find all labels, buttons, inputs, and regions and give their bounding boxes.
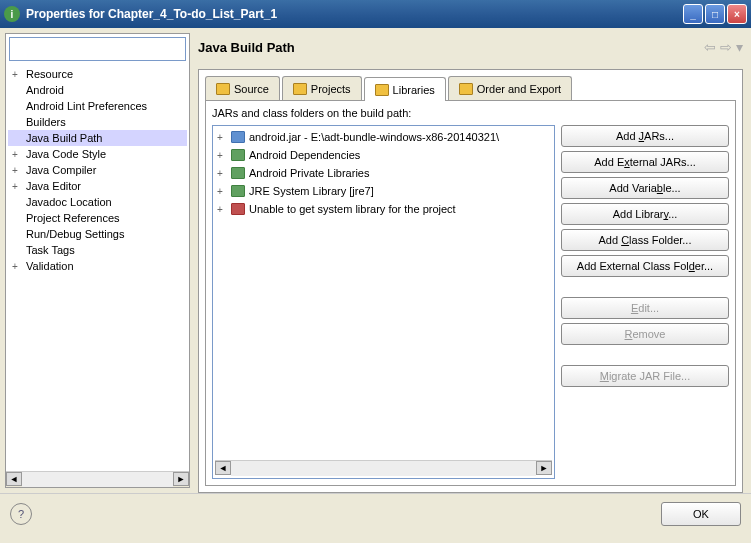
error-icon: [231, 203, 245, 215]
scroll-track[interactable]: [22, 472, 173, 487]
library-icon: [231, 167, 245, 179]
tree-item-editor[interactable]: +Java Editor: [8, 178, 187, 194]
tree-item-task-tags[interactable]: Task Tags: [8, 242, 187, 258]
tree-item-validation[interactable]: +Validation: [8, 258, 187, 274]
add-jars-button[interactable]: Add JARs...: [561, 125, 729, 147]
ok-button[interactable]: OK: [661, 502, 741, 526]
expand-icon[interactable]: +: [217, 204, 227, 215]
page-title: Java Build Path: [198, 40, 704, 55]
expand-icon[interactable]: +: [12, 69, 24, 80]
back-icon[interactable]: ⇦: [704, 39, 716, 55]
tab-content: JARs and class folders on the build path…: [205, 100, 736, 486]
maximize-button[interactable]: □: [705, 4, 725, 24]
expand-icon[interactable]: +: [217, 186, 227, 197]
forward-icon[interactable]: ⇨: [720, 39, 732, 55]
add-class-folder-button[interactable]: Add Class Folder...: [561, 229, 729, 251]
edit-button: Edit...: [561, 297, 729, 319]
list-item[interactable]: +Android Private Libraries: [215, 164, 552, 182]
right-panel: Java Build Path ⇦ ⇨ ▾ Source Projects Li…: [190, 28, 751, 493]
footer: ? OK: [0, 493, 751, 533]
content-row: +android.jar - E:\adt-bundle-windows-x86…: [212, 125, 729, 479]
tab-projects[interactable]: Projects: [282, 76, 362, 100]
filter-input[interactable]: [9, 37, 186, 61]
description-label: JARs and class folders on the build path…: [212, 107, 729, 119]
expand-icon[interactable]: +: [217, 132, 227, 143]
scroll-track[interactable]: [231, 461, 536, 476]
menu-dropdown-icon[interactable]: ▾: [736, 39, 743, 55]
remove-button: Remove: [561, 323, 729, 345]
tab-libraries[interactable]: Libraries: [364, 77, 446, 101]
tab-bar: Source Projects Libraries Order and Expo…: [205, 76, 736, 100]
expand-icon[interactable]: +: [217, 150, 227, 161]
jar-icon: [231, 131, 245, 143]
titlebar: i Properties for Chapter_4_To-do_List_Pa…: [0, 0, 751, 28]
main-content: +Resource Android Android Lint Preferenc…: [0, 28, 751, 493]
tree-item-lint[interactable]: Android Lint Preferences: [8, 98, 187, 114]
property-tree: +Resource Android Android Lint Preferenc…: [6, 64, 189, 471]
add-external-class-folder-button[interactable]: Add External Class Folder...: [561, 255, 729, 277]
tree-item-builders[interactable]: Builders: [8, 114, 187, 130]
app-icon: i: [4, 6, 20, 22]
scroll-left-icon[interactable]: ◄: [6, 472, 22, 486]
minimize-button[interactable]: _: [683, 4, 703, 24]
library-icon: [231, 185, 245, 197]
scroll-right-icon[interactable]: ►: [173, 472, 189, 486]
tab-source[interactable]: Source: [205, 76, 280, 100]
expand-icon[interactable]: +: [12, 149, 24, 160]
expand-icon[interactable]: +: [12, 181, 24, 192]
list-item[interactable]: +JRE System Library [jre7]: [215, 182, 552, 200]
library-icon: [231, 149, 245, 161]
list-item[interactable]: +android.jar - E:\adt-bundle-windows-x86…: [215, 128, 552, 146]
expand-icon[interactable]: +: [12, 165, 24, 176]
order-icon: [459, 83, 473, 95]
button-column: Add JARs... Add External JARs... Add Var…: [561, 125, 729, 479]
window-controls: _ □ ×: [683, 4, 747, 24]
folder-icon: [293, 83, 307, 95]
migrate-jar-button: Migrate JAR File...: [561, 365, 729, 387]
tree-item-project-refs[interactable]: Project References: [8, 210, 187, 226]
tree-item-android[interactable]: Android: [8, 82, 187, 98]
tree-item-java-build-path[interactable]: Java Build Path: [8, 130, 187, 146]
tree-item-javadoc[interactable]: Javadoc Location: [8, 194, 187, 210]
folder-icon: [216, 83, 230, 95]
add-library-button[interactable]: Add Library...: [561, 203, 729, 225]
list-scrollbar[interactable]: ◄ ►: [215, 460, 552, 476]
tree-scrollbar[interactable]: ◄ ►: [6, 471, 189, 487]
library-icon: [375, 84, 389, 96]
list-item[interactable]: +Android Dependencies: [215, 146, 552, 164]
nav-arrows: ⇦ ⇨ ▾: [704, 39, 743, 55]
tab-container: Source Projects Libraries Order and Expo…: [198, 69, 743, 493]
close-button[interactable]: ×: [727, 4, 747, 24]
expand-icon[interactable]: +: [12, 261, 24, 272]
page-header: Java Build Path ⇦ ⇨ ▾: [198, 33, 743, 61]
add-external-jars-button[interactable]: Add External JARs...: [561, 151, 729, 173]
tab-order-export[interactable]: Order and Export: [448, 76, 572, 100]
tree-item-resource[interactable]: +Resource: [8, 66, 187, 82]
scroll-left-icon[interactable]: ◄: [215, 461, 231, 475]
expand-icon[interactable]: +: [217, 168, 227, 179]
window-title: Properties for Chapter_4_To-do_List_Part…: [26, 7, 683, 21]
help-icon[interactable]: ?: [10, 503, 32, 525]
left-panel: +Resource Android Android Lint Preferenc…: [5, 33, 190, 488]
add-variable-button[interactable]: Add Variable...: [561, 177, 729, 199]
scroll-right-icon[interactable]: ►: [536, 461, 552, 475]
tree-item-compiler[interactable]: +Java Compiler: [8, 162, 187, 178]
tree-item-rundebug[interactable]: Run/Debug Settings: [8, 226, 187, 242]
classpath-list[interactable]: +android.jar - E:\adt-bundle-windows-x86…: [212, 125, 555, 479]
tree-item-code-style[interactable]: +Java Code Style: [8, 146, 187, 162]
list-item[interactable]: +Unable to get system library for the pr…: [215, 200, 552, 218]
